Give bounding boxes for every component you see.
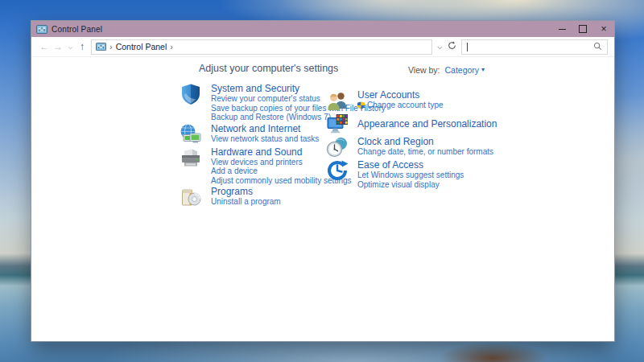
maximize-button[interactable] xyxy=(572,21,593,37)
category-clock-and-region: Clock and RegionChange date, time, or nu… xyxy=(326,136,604,158)
page-title: Adjust your computer's settings xyxy=(199,63,338,74)
chevron-down-icon xyxy=(437,41,443,52)
task-link-change-account-type[interactable]: Change account type xyxy=(357,101,444,110)
appearance-and-personalization-icon[interactable] xyxy=(326,113,349,135)
chevron-down-icon xyxy=(68,41,73,52)
back-arrow-icon: ← xyxy=(39,41,49,52)
user-accounts-icon[interactable] xyxy=(326,89,349,112)
up-arrow-icon: ↑ xyxy=(80,41,85,52)
view-by-label: View by: xyxy=(408,65,440,75)
search-input[interactable] xyxy=(461,39,608,55)
category-link-programs[interactable]: Programs xyxy=(211,186,281,197)
navigation-bar: ← → ↑ › Control Panel › xyxy=(31,37,614,57)
up-button[interactable]: ↑ xyxy=(76,39,89,55)
breadcrumb-control-panel[interactable]: Control Panel xyxy=(116,42,167,51)
breadcrumb-separator: › xyxy=(109,43,113,51)
network-and-internet-icon[interactable] xyxy=(180,123,202,146)
category-link-ease-of-access[interactable]: Ease of Access xyxy=(357,159,464,171)
refresh-button[interactable] xyxy=(445,39,458,55)
address-bar[interactable]: › Control Panel › xyxy=(91,39,432,55)
desktop-background: Control Panel × ← → ↑ › Control Panel › xyxy=(0,0,644,362)
task-link-change-date-time-or-number-formats[interactable]: Change date, time, or number formats xyxy=(357,147,493,157)
category-ease-of-access: Ease of AccessLet Windows suggest settin… xyxy=(326,159,604,189)
address-dropdown-button[interactable] xyxy=(435,39,444,55)
window-controls: × xyxy=(551,21,614,37)
back-button[interactable]: ← xyxy=(38,39,51,55)
forward-button[interactable]: → xyxy=(52,39,64,55)
control-panel-home: Adjust your computer's settings View by:… xyxy=(31,57,614,341)
system-and-security-icon[interactable] xyxy=(180,83,202,105)
category-link-user-accounts[interactable]: User Accounts xyxy=(357,89,444,101)
view-by-dropdown[interactable]: Category ▾ xyxy=(445,65,485,75)
search-icon xyxy=(593,39,602,54)
task-link-optimize-visual-display[interactable]: Optimize visual display xyxy=(357,180,464,190)
titlebar[interactable]: Control Panel × xyxy=(31,21,614,37)
close-button[interactable]: × xyxy=(593,21,614,37)
category-link-appearance-and-personalization[interactable]: Appearance and Personalization xyxy=(357,118,497,130)
control-panel-window: Control Panel × ← → ↑ › Control Panel › xyxy=(31,20,615,342)
task-link-uninstall-a-program[interactable]: Uninstall a program xyxy=(211,197,281,207)
hardware-and-sound-icon[interactable] xyxy=(180,146,202,169)
category-link-network-and-internet[interactable]: Network and Internet xyxy=(211,123,319,134)
ease-of-access-icon[interactable] xyxy=(326,159,349,182)
categories-right-column: User AccountsChange account typeAppearan… xyxy=(326,89,604,190)
category-user-accounts: User AccountsChange account type xyxy=(326,89,604,112)
programs-icon[interactable] xyxy=(180,186,202,208)
minimize-icon xyxy=(559,29,566,30)
caret-down-icon: ▾ xyxy=(481,67,485,73)
recent-locations-dropdown[interactable] xyxy=(65,39,75,55)
task-link-let-windows-suggest-settings[interactable]: Let Windows suggest settings xyxy=(357,171,464,180)
clock-and-region-icon[interactable] xyxy=(326,136,349,158)
close-icon: × xyxy=(601,24,606,34)
view-by-control: View by: Category ▾ xyxy=(408,65,485,75)
minimize-button[interactable] xyxy=(551,21,572,37)
window-title: Control Panel xyxy=(52,25,551,34)
task-link-view-network-status-and-tasks[interactable]: View network status and tasks xyxy=(211,134,319,144)
refresh-icon xyxy=(448,41,456,52)
forward-arrow-icon: → xyxy=(53,41,63,52)
category-link-clock-and-region[interactable]: Clock and Region xyxy=(357,136,493,147)
text-cursor xyxy=(467,43,468,51)
category-appearance-and-personalization: Appearance and Personalization xyxy=(326,113,604,135)
control-panel-icon xyxy=(36,25,47,34)
uac-shield-icon xyxy=(357,101,365,109)
control-panel-icon xyxy=(96,43,106,51)
breadcrumb-separator: › xyxy=(170,43,173,51)
maximize-icon xyxy=(579,25,587,33)
